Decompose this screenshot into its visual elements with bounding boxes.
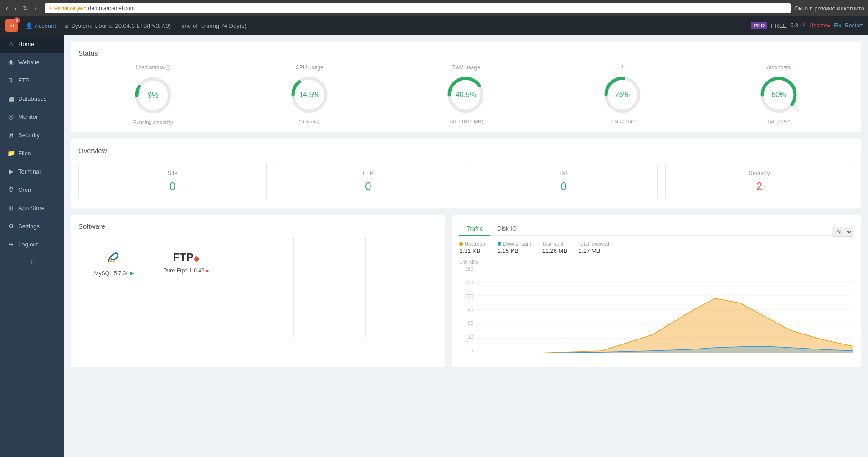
add-button[interactable]: +: [0, 253, 64, 272]
overview-cards: Site 0 FTP 0 DB 0 Security 2: [78, 162, 853, 200]
traffic-tab-traffic[interactable]: Traffic: [459, 222, 490, 236]
forward-button[interactable]: ›: [12, 4, 19, 13]
chart-y-label-0: 0: [459, 348, 473, 353]
sidebar-label-logout: Log out: [18, 241, 38, 248]
sidebar-item-databases[interactable]: ▦Databases: [0, 89, 64, 108]
sidebar-label-files: Files: [18, 150, 31, 157]
software-cell-empty-6: [150, 288, 222, 338]
overview-card-security[interactable]: Security 2: [665, 162, 853, 200]
software-cell-empty-8: [294, 288, 365, 338]
overview-card-label: Security: [673, 169, 846, 176]
system-value: Ubuntu 20.04.3 LTS(Py3.7.9): [94, 22, 171, 29]
back-button[interactable]: ‹: [4, 4, 10, 13]
logo: bt 0: [5, 19, 18, 32]
stat-value: 11.26 MB: [542, 247, 567, 254]
gauges-row: Load status ⓘ 9% Running smoothly CPU us…: [78, 64, 853, 125]
gauge-value-cpu: 14.5%: [299, 91, 319, 99]
account-link[interactable]: Account: [35, 22, 56, 29]
gauge-ram: RAM usage 40.5% 741 / 1830(MB): [445, 64, 486, 125]
chart-y-label-150: 150: [459, 280, 473, 285]
software-cell-empty-3: [294, 237, 365, 288]
app-body: ⌂Home◉Website⇅FTP▦Databases◎Monitor⛨Secu…: [0, 35, 868, 457]
topbar: bt 0 👤 Account 🖥 System: Ubuntu 20.04.3 …: [0, 16, 868, 35]
sidebar-item-terminal[interactable]: ▶Terminal: [0, 162, 64, 180]
sidebar-item-appstore[interactable]: ⊞App Store: [0, 199, 64, 217]
restart-link[interactable]: Restart: [845, 22, 863, 29]
sidebar-item-ftp[interactable]: ⇅FTP: [0, 71, 64, 89]
system-info: 🖥 System: Ubuntu 20.04.3 LTS(Py3.7.9): [63, 22, 171, 29]
sidebar-label-settings: Settings: [18, 223, 40, 230]
runtime-label: Time of running 74 Day(s): [178, 22, 247, 29]
gauge-value-disk1: 26%: [615, 91, 630, 99]
traffic-select[interactable]: All: [832, 227, 853, 237]
sidebar-icon-terminal: ▶: [7, 168, 15, 175]
sidebar-item-home[interactable]: ⌂Home: [0, 35, 64, 53]
url-text: demo.aapanel.com: [88, 5, 135, 11]
software-cell-empty-9: [366, 288, 437, 338]
chart-y-label-180: 180: [459, 267, 473, 272]
sidebar-label-databases: Databases: [18, 95, 46, 102]
sidebar-item-logout[interactable]: ↪Log out: [0, 235, 64, 253]
traffic-select-wrapper[interactable]: All: [832, 227, 853, 237]
system-label: System:: [71, 22, 92, 29]
notification-badge: 0: [14, 17, 20, 24]
sidebar-icon-monitor: ◎: [7, 113, 15, 120]
traffic-tab-disk-io[interactable]: Disk IO: [490, 222, 524, 236]
stat-value: 1.31 KB: [459, 247, 487, 254]
mysql-svg-icon: [106, 249, 122, 265]
software-cell-empty-7: [222, 288, 294, 338]
account-item[interactable]: 👤 Account: [26, 22, 56, 29]
gauge-label-load: Load status ⓘ: [135, 64, 170, 71]
sidebar-label-website: Website: [18, 59, 40, 66]
fix-link[interactable]: Fix: [834, 22, 841, 29]
traffic-stat-total-sent: Total sent 11.26 MB: [542, 241, 567, 254]
sidebar-item-cron[interactable]: ⏱Cron: [0, 180, 64, 199]
stat-label: Downstream: [498, 241, 531, 246]
chart-y-label-60: 60: [459, 321, 473, 326]
stat-value: 1.27 MB: [578, 247, 609, 254]
sidebar-icon-website: ◉: [7, 58, 15, 66]
sidebar-label-ftp: FTP: [18, 77, 30, 84]
sidebar-item-security[interactable]: ⛨Security: [0, 126, 64, 144]
gauge-sublabel-load: Running smoothly: [133, 119, 173, 125]
overview-card-site[interactable]: Site 0: [78, 162, 267, 200]
stat-value: 1.15 KB: [498, 247, 531, 254]
refresh-button[interactable]: ↻: [21, 4, 31, 13]
software-title: Software: [78, 222, 437, 230]
overview-card-label: Site: [86, 169, 259, 176]
home-button[interactable]: ⌂: [32, 4, 41, 13]
status-title: Status: [78, 49, 853, 57]
sidebar-icon-settings: ⚙: [7, 222, 15, 230]
gauge-label-cpu: CPU usage: [295, 64, 323, 71]
overview-card-ftp[interactable]: FTP 0: [274, 162, 462, 200]
sidebar-label-appstore: App Store: [18, 205, 45, 211]
software-cell-empty-2: [222, 237, 294, 288]
traffic-stat-upstream: Upstream 1.31 KB: [459, 241, 487, 254]
browser-right-controls: Окно в режиме инкогнито: [794, 5, 864, 12]
chart-unit-label: Unit:KB/s: [459, 260, 853, 265]
gauge-cpu: CPU usage 14.5% 2 Core(s): [289, 64, 330, 125]
software-cell-mysql[interactable]: MySQL 5.7.34 ▶: [78, 237, 150, 288]
gauge-sublabel-disk2: 14G / 25G: [767, 119, 791, 124]
overview-title: Overview: [78, 147, 853, 154]
update-link[interactable]: Update●: [809, 22, 830, 29]
gauge-circle-cpu: 14.5%: [289, 74, 330, 115]
sidebar-item-files[interactable]: 📁Files: [0, 144, 64, 162]
traffic-tabs: TrafficDisk IO: [459, 222, 832, 236]
sidebar-item-monitor[interactable]: ◎Monitor: [0, 108, 64, 126]
overview-card-db[interactable]: DB 0: [470, 162, 658, 200]
sidebar-item-website[interactable]: ◉Website: [0, 53, 64, 71]
sidebar-item-settings[interactable]: ⚙Settings: [0, 217, 64, 235]
software-cell-empty-5: [78, 288, 150, 338]
gauge-label-disk2: /etc/hosts: [767, 64, 791, 71]
dot-orange: [459, 242, 463, 246]
traffic-section: TrafficDisk IO All Upstream 1.31 KB Down…: [452, 215, 861, 367]
software-cell-ftp[interactable]: FTP◆ Pure-Ftpd 1.0.49 ■: [150, 237, 222, 288]
sidebar-icon-appstore: ⊞: [7, 204, 15, 211]
url-bar[interactable]: ⚠ Не защищено demo.aapanel.com: [45, 3, 791, 13]
security-warning: ⚠ Не защищено: [48, 5, 87, 11]
gauge-value-load: 9%: [148, 91, 158, 99]
pro-badge: PRO: [751, 22, 767, 29]
topbar-right: PRO FREE 6.8.14 Update● Fix Restart: [751, 22, 863, 29]
chart-y-axis: 1801501209060300: [459, 267, 476, 353]
